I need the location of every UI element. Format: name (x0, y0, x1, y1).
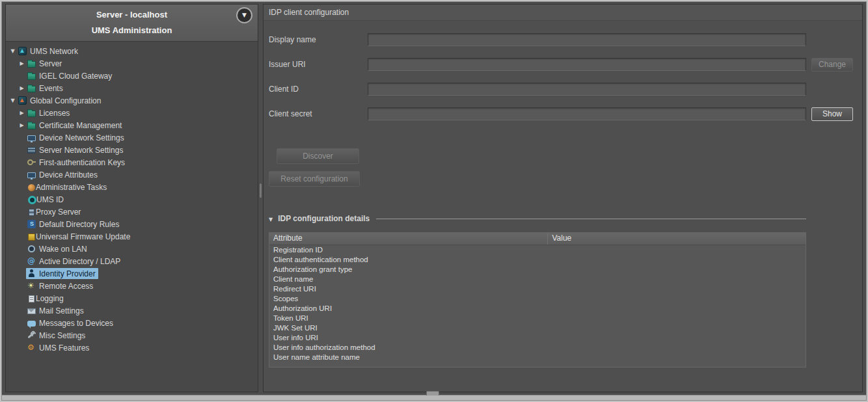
tree-item[interactable]: ▶ Server (6, 57, 258, 70)
issuer-uri-input[interactable] (368, 58, 806, 71)
tree-item[interactable]: First-authentication Keys (6, 156, 258, 168)
global-config-icon (18, 96, 27, 105)
splitter-grip-icon (260, 183, 262, 198)
table-row[interactable]: Authorization URI (269, 304, 806, 314)
tree-item[interactable]: Server Network Settings (6, 144, 258, 156)
tree-item[interactable]: Universal Firmware Update (6, 230, 258, 243)
table-row[interactable]: Authorization grant type (269, 265, 806, 275)
tree-item-label: Events (39, 84, 63, 93)
table-row[interactable]: Registration ID (269, 245, 806, 255)
tree-item[interactable]: Device Attributes (6, 168, 258, 181)
tree-item-content: Device Attributes (26, 169, 100, 180)
tree-item-label: Logging (36, 294, 64, 303)
value-cell (548, 294, 806, 304)
tree-item[interactable]: ▶ Licenses (6, 107, 258, 119)
idp-details-section-header[interactable]: IDP configuration details (269, 214, 853, 223)
value-cell (548, 255, 806, 265)
expander-expanded-icon[interactable]: ▼ (8, 48, 17, 54)
tree-item-label: UMS ID (36, 195, 64, 204)
display-name-input[interactable] (368, 33, 806, 46)
tree-item[interactable]: UMS ID (6, 193, 258, 206)
attribute-cell: Authorization URI (269, 304, 548, 314)
show-button[interactable]: Show (811, 107, 853, 121)
tree-item-content: Messages to Devices (26, 317, 116, 328)
mail-icon (27, 308, 36, 314)
tree-item[interactable]: ▶ Certificate Management (6, 119, 258, 131)
tree-item-content: IGEL Cloud Gateway (26, 70, 115, 81)
tree-item[interactable]: Messages to Devices (6, 317, 258, 329)
expander-collapsed-icon[interactable]: ▶ (18, 110, 26, 116)
expander-collapsed-icon[interactable]: ▶ (18, 122, 26, 128)
tree-item-content: UMS Features (26, 342, 92, 353)
table-row[interactable]: Client authentication method (269, 255, 806, 265)
tree-item[interactable]: ▼ UMS Network (6, 45, 258, 57)
client-secret-input[interactable] (368, 107, 806, 120)
tree-item-content: Identity Provider (26, 268, 98, 279)
client-id-input[interactable] (368, 83, 806, 96)
table-row[interactable]: Redirect URI (269, 284, 806, 294)
tree-item[interactable]: Default Directory Rules (6, 218, 258, 230)
tree-item-label: Misc Settings (39, 331, 85, 340)
table-row[interactable]: User info authorization method (269, 343, 806, 353)
table-row[interactable]: Scopes (269, 294, 806, 304)
ums-network-icon (18, 47, 27, 55)
bottom-panel-toggle[interactable] (426, 391, 439, 395)
expander-expanded-icon[interactable]: ▼ (8, 98, 17, 103)
tree-item[interactable]: Administrative Tasks (6, 181, 258, 193)
remote-access-icon (27, 282, 36, 290)
attribute-cell: User info authorization method (269, 343, 548, 353)
tree-item-content: Default Directory Rules (26, 219, 122, 230)
form-row-display-name: Display name (269, 33, 853, 47)
tree-item[interactable]: Proxy Server (6, 206, 258, 218)
tree-item[interactable]: UMS Features (6, 342, 258, 354)
tree-item-content: Device Network Settings (26, 132, 127, 143)
value-column-header[interactable]: Value (548, 233, 806, 245)
tree-item[interactable]: Mail Settings (6, 304, 258, 317)
attribute-cell: Redirect URI (269, 284, 548, 294)
tree-item-label: Active Directory / LDAP (39, 257, 120, 266)
logging-icon (29, 295, 34, 302)
attribute-cell: Token URI (269, 314, 548, 323)
wake-on-lan-icon (27, 245, 36, 253)
tree-item[interactable]: Misc Settings (6, 329, 258, 342)
tree-item-label: First-authentication Keys (39, 158, 125, 167)
firmware-icon (28, 234, 35, 241)
tree-item[interactable]: ▶ Events (6, 82, 258, 94)
collapse-triangle-icon (269, 214, 278, 223)
panel-splitter[interactable] (258, 4, 263, 392)
tree-item-label: Administrative Tasks (36, 183, 107, 192)
tree-item[interactable]: Active Directory / LDAP (6, 255, 258, 267)
expander-collapsed-icon[interactable]: ▶ (18, 85, 26, 91)
attribute-cell: Registration ID (269, 245, 548, 255)
table-row[interactable]: Client name (269, 275, 806, 284)
table-row[interactable]: User name attribute name (269, 353, 806, 362)
table-row[interactable]: JWK Set URI (269, 323, 806, 333)
tree-item-content: Certificate Management (26, 120, 124, 131)
value-cell (548, 343, 806, 353)
action-buttons: Discover Reset configuration (269, 148, 853, 187)
tree-item[interactable]: Remote Access (6, 280, 258, 292)
table-row[interactable]: Token URI (269, 314, 806, 323)
idp-client-config-form: Display name Issuer URI Change Client ID (264, 33, 862, 368)
tree-item-content: First-authentication Keys (26, 157, 128, 168)
tree-item[interactable]: ▼ Global Configuration (6, 94, 258, 107)
value-cell (548, 265, 806, 275)
change-button[interactable]: Change (811, 58, 853, 72)
tree-item[interactable]: Identity Provider (6, 267, 258, 280)
attribute-cell: User name attribute name (269, 353, 548, 362)
tree-item-label: Proxy Server (36, 208, 81, 217)
value-cell (548, 284, 806, 294)
tree-item[interactable]: Wake on LAN (6, 243, 258, 255)
expander-collapsed-icon[interactable]: ▶ (18, 60, 26, 66)
tree-item[interactable]: IGEL Cloud Gateway (6, 70, 258, 82)
tree-item[interactable]: Logging (6, 292, 258, 304)
tree-item-content: Server Network Settings (26, 144, 126, 155)
table-row[interactable]: User info URI (269, 333, 806, 343)
reset-configuration-button[interactable]: Reset configuration (269, 171, 360, 187)
ldap-icon (27, 257, 36, 265)
value-cell (548, 304, 806, 314)
attribute-column-header[interactable]: Attribute (269, 233, 548, 245)
tree-item[interactable]: Device Network Settings (6, 131, 258, 144)
discover-button[interactable]: Discover (277, 148, 359, 164)
collapse-header-button[interactable]: ▼ (236, 7, 252, 23)
